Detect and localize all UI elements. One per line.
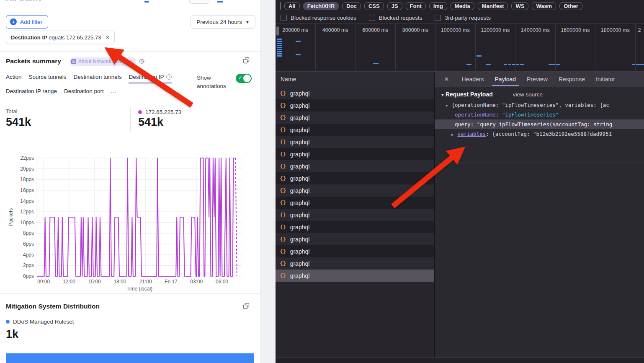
- timeline-tick: 1600000 ms: [556, 24, 596, 71]
- time-range-dropdown[interactable]: Previous 24 hours ▼: [191, 16, 255, 29]
- checkbox-blocked-response-cookies[interactable]: Blocked response cookies: [281, 15, 356, 21]
- json-braces-icon: {}: [280, 151, 286, 157]
- filter-pill-media[interactable]: Media: [451, 2, 474, 10]
- details-tab-headers[interactable]: Headers: [462, 72, 484, 87]
- network-request-row[interactable]: {}graphql: [276, 124, 434, 136]
- expand-panel-icon[interactable]: [243, 57, 250, 64]
- view-source-link[interactable]: view source: [513, 91, 543, 98]
- network-request-row[interactable]: {}graphql: [276, 99, 434, 111]
- expand-panel-icon[interactable]: [243, 303, 250, 309]
- filter-pill-ws[interactable]: WS: [511, 2, 528, 10]
- add-filter-button[interactable]: + Add filter: [6, 15, 48, 29]
- details-tab-response[interactable]: Response: [559, 72, 585, 87]
- tab-destination-port[interactable]: Destination port: [64, 88, 104, 94]
- page-title: All traffic: [6, 0, 42, 3]
- about-network-analytics-badge[interactable]: ▤ About Network Analytics: [70, 57, 136, 66]
- show-annotations-toggle[interactable]: ✓: [236, 74, 252, 83]
- show-annotations-label: Show annotations: [197, 74, 226, 91]
- filter-pill-wasm[interactable]: Wasm: [532, 2, 556, 10]
- divider: [130, 107, 131, 132]
- svg-text:20pps: 20pps: [20, 166, 34, 172]
- tab-destination-tunnels[interactable]: Destination tunnels: [74, 74, 122, 80]
- filter-chip[interactable]: Destination IP equals 172.65.225.73 ✕: [6, 31, 115, 44]
- details-tabbar: ✕ HeadersPayloadPreviewResponseInitiator: [435, 72, 644, 87]
- request-mark: [632, 64, 635, 65]
- devtools-panel: AllFetch/XHRDocCSSJSFontImgMediaManifest…: [276, 0, 644, 363]
- tab-destination-ip[interactable]: Destination IPi: [129, 74, 172, 83]
- request-mark: [277, 43, 282, 44]
- tab-source-tunnels[interactable]: Source tunnels: [29, 74, 67, 80]
- network-overview-timeline[interactable]: 200000 ms400000 ms600000 ms800000 ms1000…: [276, 24, 644, 72]
- remove-filter-icon[interactable]: ✕: [105, 34, 110, 41]
- json-braces-icon: {}: [280, 90, 286, 96]
- details-tab-payload[interactable]: Payload: [495, 72, 516, 87]
- tab-action[interactable]: Action: [6, 74, 22, 80]
- add-filter-label: Add filter: [20, 19, 42, 25]
- network-request-row[interactable]: {}graphql: [276, 270, 434, 282]
- network-request-row[interactable]: {}graphql: [276, 257, 434, 270]
- more-tabs-button[interactable]: ...: [111, 88, 117, 94]
- details-tab-preview[interactable]: Preview: [527, 72, 548, 87]
- request-mark: [549, 64, 552, 65]
- filter-pill-font[interactable]: Font: [406, 2, 426, 10]
- request-mark: [504, 64, 507, 65]
- filter-pill-js[interactable]: JS: [387, 2, 402, 10]
- svg-text:03:00: 03:00: [190, 279, 203, 285]
- filter-pill-img[interactable]: Img: [429, 2, 447, 10]
- json-braces-icon: {}: [280, 102, 286, 109]
- network-request-row[interactable]: {}graphql: [276, 136, 434, 148]
- payload-query-row[interactable]: query: "query ipFlowTimeseries($accountT…: [435, 119, 644, 129]
- filter-pill-other[interactable]: Other: [559, 2, 582, 10]
- request-mark: [277, 51, 282, 52]
- clipped-toolbar-fragment: [144, 1, 149, 3]
- request-mark: [477, 55, 482, 57]
- filter-chip-field: Destination IP: [11, 34, 47, 41]
- svg-text:Fri 17: Fri 17: [165, 279, 178, 285]
- packets-summary-tabs-row1: ActionSource tunnelsDestination tunnelsD…: [6, 74, 172, 83]
- svg-text:16pps: 16pps: [20, 187, 34, 193]
- network-request-row[interactable]: {}graphql: [276, 233, 434, 245]
- filter-pill-fetchxhr[interactable]: Fetch/XHR: [303, 2, 339, 10]
- network-request-row[interactable]: {}graphql: [276, 245, 434, 257]
- network-request-row[interactable]: {}graphql: [276, 87, 434, 99]
- mitigation-bar: [6, 353, 254, 363]
- network-request-row[interactable]: {}graphql: [276, 209, 434, 221]
- payload-summary-row[interactable]: ▼{operationName: "ipFlowTimeseries", var…: [435, 100, 644, 110]
- network-request-row[interactable]: {}graphql: [276, 184, 434, 197]
- close-icon[interactable]: ✕: [444, 75, 449, 83]
- filter-pill-css[interactable]: CSS: [364, 2, 384, 10]
- network-request-row[interactable]: {}graphql: [276, 221, 434, 233]
- filter-pill-manifest[interactable]: Manifest: [478, 2, 508, 10]
- filter-pill-all[interactable]: All: [284, 2, 300, 10]
- request-mark: [373, 63, 379, 64]
- json-braces-icon: {}: [280, 260, 286, 267]
- payload-variables-row[interactable]: ▶variables: {accountTag: "b12e3b2192ee55…: [435, 129, 644, 139]
- tab-destination-ip-range[interactable]: Destination IP range: [6, 88, 57, 94]
- network-request-row[interactable]: {}graphql: [276, 172, 434, 184]
- filter-pill-doc[interactable]: Doc: [342, 2, 361, 10]
- request-mark: [486, 64, 491, 65]
- checkbox-box: [435, 15, 441, 21]
- screenshot-root: All traffic + Add filter Previous 24 hou…: [0, 0, 644, 363]
- network-request-row[interactable]: {}graphql: [276, 148, 434, 160]
- details-tab-initiator[interactable]: Initiator: [596, 72, 615, 87]
- network-filter-checkboxes: Blocked response cookiesBlocked requests…: [276, 12, 644, 24]
- svg-text:18pps: 18pps: [20, 176, 34, 182]
- payload-operationname-row[interactable]: operationName: "ipFlowTimeseries": [435, 110, 644, 119]
- svg-text:10pps: 10pps: [20, 220, 34, 226]
- checkbox-3rd-party-requests[interactable]: 3rd-party requests: [435, 15, 491, 21]
- overview-grip-handle[interactable]: [276, 26, 279, 36]
- network-request-row[interactable]: {}graphql: [276, 111, 434, 124]
- network-request-row[interactable]: {}graphql: [276, 160, 434, 172]
- request-mark: [512, 64, 515, 65]
- checkbox-box: [281, 15, 287, 21]
- scrollbar-gutter[interactable]: [260, 0, 276, 363]
- request-payload-section-header[interactable]: ▼Request Payloadview source: [435, 87, 644, 100]
- mitigation-value: 1k: [6, 328, 18, 341]
- name-column-header[interactable]: Name: [276, 72, 434, 87]
- network-request-row[interactable]: {}graphql: [276, 197, 434, 209]
- analytics-panel: All traffic + Add filter Previous 24 hou…: [0, 0, 260, 363]
- mitigation-legend: DDoS Managed Ruleset: [6, 319, 74, 325]
- checkbox-blocked-requests[interactable]: Blocked requests: [369, 15, 422, 21]
- request-mark: [277, 49, 282, 50]
